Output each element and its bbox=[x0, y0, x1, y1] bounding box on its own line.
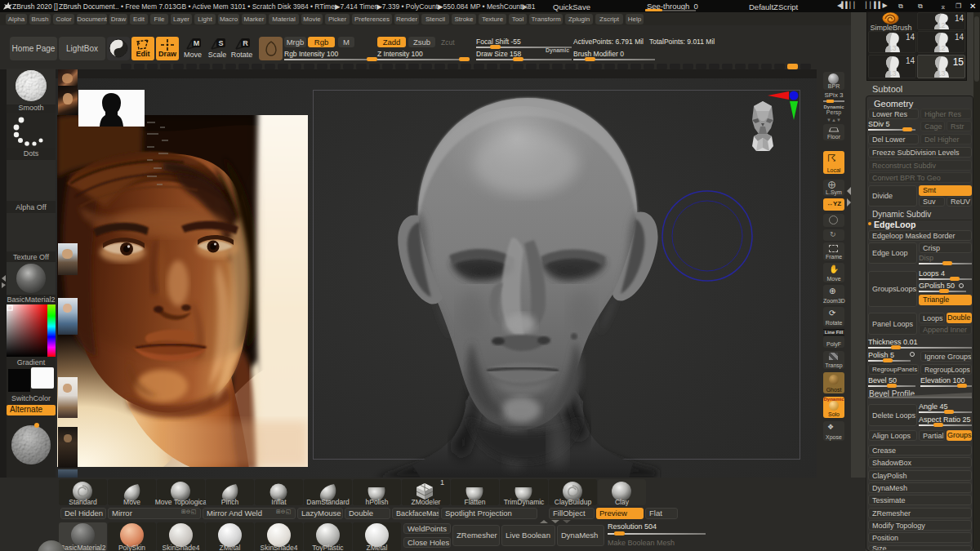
svg-text:M: M bbox=[194, 39, 200, 47]
svg-text:S: S bbox=[218, 39, 223, 47]
svg-text:R: R bbox=[243, 39, 248, 47]
